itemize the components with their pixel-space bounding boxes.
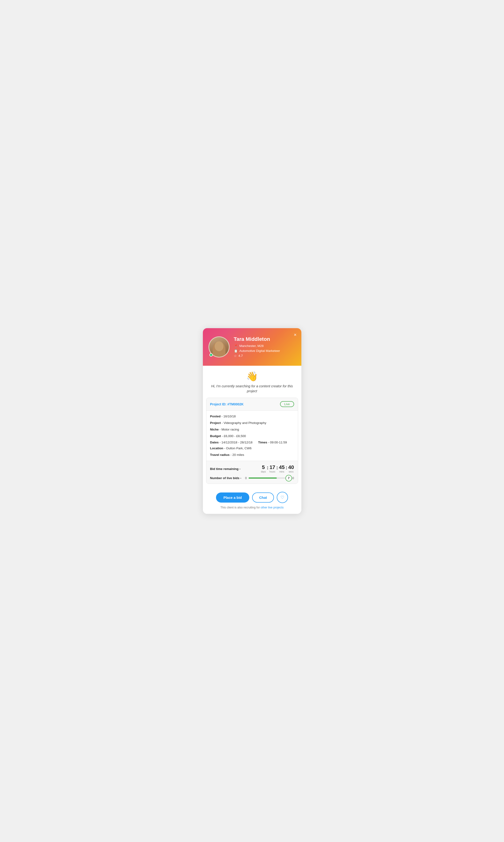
niche-label: Niche bbox=[210, 428, 219, 431]
travel-label: Travel radius bbox=[210, 453, 230, 457]
greeting-text: Hi, I'm currently searching for a conten… bbox=[208, 384, 297, 394]
project-card: Project ID: #TM0002K Live Posted - 16/10… bbox=[206, 398, 298, 484]
budget-value: £6,000 - £8,500 bbox=[224, 434, 246, 438]
project-value: Videography and Photography bbox=[223, 421, 266, 425]
bid-box: Bid time remaining - 5 days : 17 hours :… bbox=[206, 461, 298, 484]
days-unit: 5 days bbox=[261, 465, 266, 473]
online-indicator bbox=[210, 353, 213, 357]
bid-time-row: Bid time remaining - 5 days : 17 hours :… bbox=[210, 465, 294, 473]
user-job: Automotive Digital Marketeer bbox=[239, 349, 280, 353]
times-label: Times bbox=[258, 441, 267, 444]
user-location: Manchester, M28 bbox=[239, 344, 264, 348]
wave-emoji: 👋 bbox=[208, 371, 297, 382]
dates-value: 14/12/2018 - 28/12/18 bbox=[221, 441, 252, 444]
rating-row: ☆ 4.7 bbox=[234, 354, 296, 358]
posted-row: Posted - 16/10/18 bbox=[210, 414, 294, 419]
heart-button[interactable]: ♡ bbox=[277, 492, 288, 503]
travel-sep: - bbox=[231, 453, 232, 457]
bid-time-label: Bid time remaining - bbox=[210, 467, 241, 471]
dates-label: Dates bbox=[210, 441, 219, 444]
bids-thumb: 7 bbox=[285, 475, 292, 481]
header-meta: 📍 Manchester, M28 📋 Automotive Digital M… bbox=[234, 344, 296, 358]
mins-unit: 45 mins bbox=[279, 465, 285, 473]
close-button[interactable]: × bbox=[293, 331, 298, 338]
bids-bar-fill bbox=[249, 478, 277, 479]
bids-bar-wrap: 0 7 10 bbox=[245, 476, 294, 480]
project-header-row: Project ID: #TM0002K Live bbox=[206, 398, 298, 410]
times-sep: - bbox=[268, 441, 270, 444]
action-buttons: Place a bid Chat ♡ bbox=[203, 487, 301, 506]
timer-mins: 45 bbox=[279, 465, 285, 470]
budget-sep: - bbox=[222, 434, 224, 438]
dates-times-row: Dates - 14/12/2018 - 28/12/18 Times - 09… bbox=[210, 441, 294, 444]
hours-label: hours bbox=[269, 470, 275, 473]
bids-bar-track: 7 bbox=[249, 478, 289, 479]
travel-value: 20 miles bbox=[232, 453, 244, 457]
location-row: 📍 Manchester, M28 bbox=[234, 344, 296, 348]
greeting-section: 👋 Hi, I'm currently searching for a cont… bbox=[203, 366, 301, 398]
location-detail-sep: - bbox=[224, 446, 226, 450]
profile-card: Tara Middleton 📍 Manchester, M28 📋 Autom… bbox=[203, 328, 301, 514]
days-label: days bbox=[261, 470, 266, 473]
chat-button[interactable]: Chat bbox=[252, 493, 274, 502]
other-projects-link[interactable]: other live projects bbox=[260, 506, 284, 509]
footer-text: This client is also recruiting for other… bbox=[203, 506, 301, 514]
heart-icon: ♡ bbox=[281, 495, 284, 500]
header-info: Tara Middleton 📍 Manchester, M28 📋 Autom… bbox=[234, 336, 296, 358]
place-bid-button[interactable]: Place a bid bbox=[216, 493, 249, 502]
project-id: Project ID: #TM0002K bbox=[210, 402, 244, 406]
times-value: 09:00-11:59 bbox=[270, 441, 287, 444]
user-name: Tara Middleton bbox=[234, 336, 296, 342]
location-detail-label: Location bbox=[210, 446, 223, 450]
live-badge: Live bbox=[280, 401, 294, 407]
live-bids-label: Number of live bids - bbox=[210, 476, 241, 480]
timer-days: 5 bbox=[262, 465, 265, 470]
countdown-timer: 5 days : 17 hours : 45 mins : bbox=[261, 465, 294, 473]
secs-label: secs bbox=[289, 470, 294, 473]
location-icon: 📍 bbox=[234, 344, 238, 348]
dates-group: Dates - 14/12/2018 - 28/12/18 bbox=[210, 441, 253, 444]
project-label: Project bbox=[210, 421, 221, 425]
star-icon: ☆ bbox=[234, 354, 237, 358]
niche-row: Niche - Motor racing bbox=[210, 427, 294, 432]
timer-hours: 17 bbox=[269, 465, 275, 470]
niche-value: Motor racing bbox=[221, 428, 239, 431]
posted-label: Posted bbox=[210, 415, 221, 418]
budget-label: Budget bbox=[210, 434, 221, 438]
card-header: Tara Middleton 📍 Manchester, M28 📋 Autom… bbox=[203, 328, 301, 366]
timer-secs: 40 bbox=[288, 465, 294, 470]
bids-min: 0 bbox=[245, 476, 247, 480]
posted-date: 16/10/18 bbox=[223, 415, 236, 418]
location-detail-value: Oulton Park, CW6 bbox=[226, 446, 252, 450]
times-group: Times - 09:00-11:59 bbox=[258, 441, 287, 444]
details-box: Posted - 16/10/18 Project - Videography … bbox=[206, 410, 298, 461]
location-detail-row: Location - Oulton Park, CW6 bbox=[210, 446, 294, 451]
briefcase-icon: 📋 bbox=[234, 349, 238, 353]
user-rating: 4.7 bbox=[238, 354, 243, 358]
sep3: : bbox=[286, 465, 287, 470]
live-bids-row: Number of live bids - 0 7 10 bbox=[210, 476, 294, 480]
sep2: : bbox=[276, 465, 278, 470]
travel-row: Travel radius - 20 miles bbox=[210, 453, 294, 457]
posted-value: - bbox=[221, 415, 223, 418]
budget-row: Budget - £6,000 - £8,500 bbox=[210, 434, 294, 439]
footer-prefix: This client is also recruiting for bbox=[220, 506, 261, 509]
secs-unit: 40 secs bbox=[288, 465, 294, 473]
mins-label: mins bbox=[279, 470, 284, 473]
avatar-wrap bbox=[209, 337, 230, 358]
sep1: : bbox=[267, 465, 269, 470]
hours-unit: 17 hours bbox=[269, 465, 275, 473]
project-row: Project - Videography and Photography bbox=[210, 421, 294, 425]
job-row: 📋 Automotive Digital Marketeer bbox=[234, 349, 296, 353]
